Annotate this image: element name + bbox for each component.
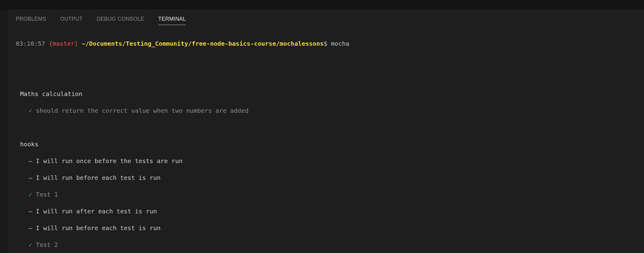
suite-title: Maths calculation	[20, 90, 82, 98]
main-area: PROBLEMS OUTPUT DEBUG CONSOLE TERMINAL 0…	[0, 10, 644, 253]
tab-debug-console[interactable]: DEBUG CONSOLE	[96, 16, 144, 25]
suite-title: hooks	[20, 141, 38, 148]
tab-terminal[interactable]: TERMINAL	[158, 16, 186, 25]
prompt-line-1: 03:10:57 {master} ~/Documents/Testing_Co…	[16, 40, 637, 48]
dash-icon: –	[29, 174, 32, 181]
panel-tabs: PROBLEMS OUTPUT DEBUG CONSOLE TERMINAL	[9, 13, 644, 25]
prompt-path: ~/Documents/Testing_Community/free-node-…	[82, 40, 324, 47]
test-title: Test 2	[36, 241, 58, 248]
hook-log: I will run before each test is run	[36, 224, 160, 232]
tab-problems[interactable]: PROBLEMS	[16, 16, 46, 25]
bottom-panel: PROBLEMS OUTPUT DEBUG CONSOLE TERMINAL 0…	[9, 10, 644, 253]
check-icon: ✓	[29, 191, 32, 198]
test-title: Test 1	[36, 191, 58, 198]
terminal-content[interactable]: 03:10:57 {master} ~/Documents/Testing_Co…	[9, 25, 644, 253]
check-icon: ✓	[29, 107, 32, 114]
dash-icon: –	[29, 157, 32, 165]
tab-output[interactable]: OUTPUT	[60, 16, 83, 25]
check-icon: ✓	[29, 241, 32, 248]
test-title: should return the correct value when two…	[36, 107, 248, 114]
left-gutter	[0, 10, 9, 253]
prompt-time: 03:10:57	[16, 40, 45, 47]
dash-icon: –	[29, 208, 32, 215]
prompt-branch: {master}	[49, 40, 78, 47]
hook-log: I will run once before the tests are run	[36, 157, 183, 165]
command-text: mocha	[331, 40, 349, 47]
editor-top-bar	[0, 0, 644, 10]
hook-log: I will run before each test is run	[36, 174, 160, 181]
hook-log: I will run after each test is run	[36, 208, 157, 215]
prompt-dollar: $	[324, 40, 327, 47]
dash-icon: –	[29, 224, 32, 232]
